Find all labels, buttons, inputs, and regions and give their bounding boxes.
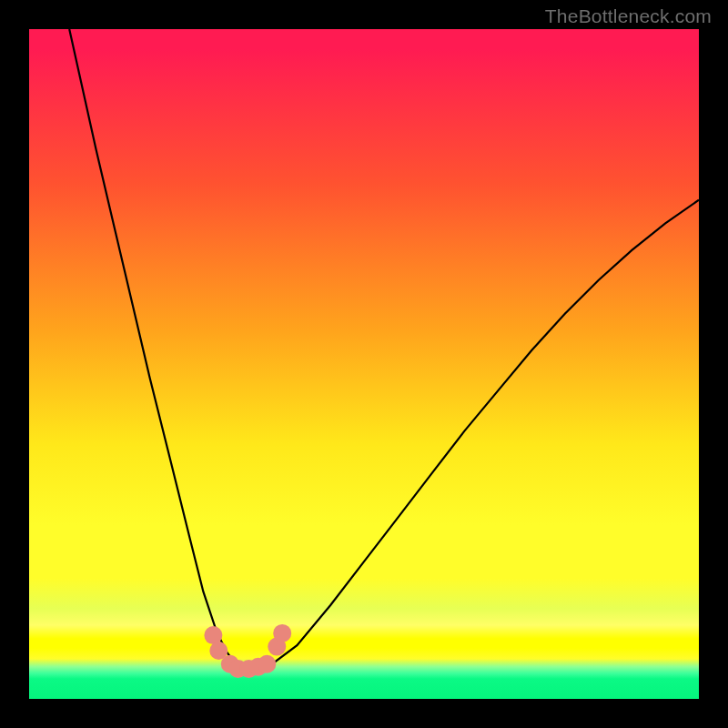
bottleneck-curve	[69, 29, 699, 669]
chart-outer: TheBottleneck.com	[0, 0, 728, 728]
curve-layer	[29, 29, 699, 699]
marker-right-cluster-top	[273, 624, 291, 642]
credit-label: TheBottleneck.com	[545, 5, 712, 27]
marker-group	[204, 624, 291, 678]
marker-bottom-e	[258, 655, 276, 673]
plot-area	[29, 29, 699, 699]
